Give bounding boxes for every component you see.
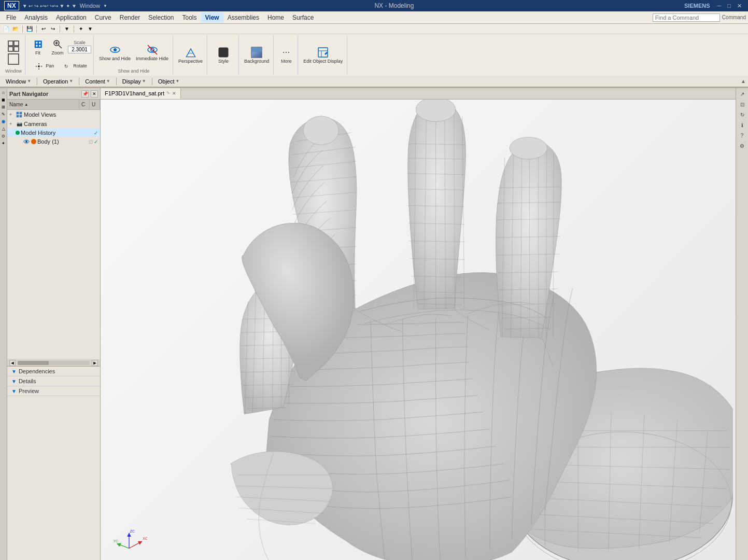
window-dropdown-arrow: ▼ [27, 79, 31, 83]
menu-file[interactable]: File [2, 12, 20, 23]
toolbar-container: 📄 📂 💾 ↩ ↪ ▼ ✦ ▼ Wind [0, 24, 748, 88]
search-input[interactable] [653, 13, 720, 22]
immediate-hide-button[interactable]: Immediate Hide [134, 42, 171, 63]
tree-item-model-history[interactable]: Model History ✓ [7, 129, 100, 137]
bottom-panels: ▼ Dependencies ▼ Details ▼ Preview [7, 367, 100, 560]
scroll-left[interactable]: ◄ [9, 360, 16, 366]
menu-selection[interactable]: Selection [144, 12, 178, 23]
zoom-button[interactable]: Zoom [48, 36, 67, 58]
expand-model-views[interactable]: + [9, 112, 15, 117]
tab-close-button[interactable]: ✕ [172, 91, 176, 96]
tree-item-body[interactable]: Body (1) ⊡ ✓ [7, 137, 100, 146]
svg-line-115 [117, 544, 129, 549]
pan-button[interactable]: Pan [31, 59, 56, 74]
snap-dropdown-icon[interactable]: ▼ [86, 25, 94, 33]
undo-icon[interactable]: ↩ [39, 25, 48, 33]
object-dropdown[interactable]: Object ▼ [154, 77, 184, 86]
viewport-canvas[interactable]: XC YC ZC [101, 100, 736, 560]
panel-preview[interactable]: ▼ Preview [7, 386, 100, 396]
menu-view[interactable]: View [201, 12, 223, 23]
nav-assem-icon[interactable]: ⊞ [1, 104, 7, 110]
scroll-right[interactable]: ► [92, 360, 98, 366]
nav-mfg-icon[interactable]: ◉ [1, 118, 7, 124]
svg-rect-1 [14, 41, 19, 46]
perspective-icon [185, 46, 197, 59]
menu-home[interactable]: Home [263, 12, 288, 23]
tree-item-model-views[interactable]: + Model Views [7, 110, 100, 119]
svg-rect-26 [20, 115, 22, 117]
title-small-icons: ▼ ↩ ↪ ↩↩ ↪↪ ▼ ✦ ▼ [22, 3, 77, 9]
menu-application[interactable]: Application [52, 12, 91, 23]
menu-curve[interactable]: Curve [91, 12, 116, 23]
col-name[interactable]: Name ▲ [7, 100, 79, 109]
right-help-icon[interactable]: ? [738, 131, 747, 140]
col-c[interactable]: C [79, 100, 90, 109]
window-layout-btn[interactable] [4, 38, 23, 67]
display-dropdown[interactable]: Display ▼ [119, 77, 150, 86]
snap-icon[interactable]: ✦ [77, 25, 85, 33]
body-label: Body (1) [37, 138, 88, 145]
maximize-button[interactable]: □ [725, 3, 733, 9]
nav-close-button[interactable]: ✕ [91, 90, 98, 97]
nav-pin-button[interactable]: 📌 [81, 90, 89, 97]
style-icon [217, 46, 230, 59]
fit-button[interactable]: ⊞ Fit [29, 36, 47, 58]
body-eye-icon [23, 138, 30, 145]
save-icon[interactable]: 💾 [25, 25, 34, 33]
edit-object-display-button[interactable]: Edit Object Display [301, 45, 345, 66]
window-menu[interactable]: Window [80, 3, 100, 9]
panel-details[interactable]: ▼ Details [7, 376, 100, 386]
window-dropdown-icon[interactable]: ▼ [103, 4, 107, 8]
part-navigator-title: Part Navigator [9, 91, 79, 97]
more-button[interactable]: ⋯ More [277, 45, 295, 66]
operation-dropdown[interactable]: Operation ▼ [39, 77, 77, 86]
background-button[interactable]: Background [242, 45, 271, 66]
menu-surface[interactable]: Surface [288, 12, 318, 23]
window-dropdown[interactable]: Window ▼ [2, 77, 35, 86]
tab-modified-icon: ✎ [166, 91, 170, 95]
toolbar-dropdowns: Window ▼ Operation ▼ Content ▼ Display ▼… [0, 76, 748, 87]
nav-model-icon[interactable]: ◼ [1, 96, 7, 103]
right-fit-icon[interactable]: ⊡ [738, 100, 747, 109]
nav-cam-icon[interactable]: ⊙ [1, 133, 7, 139]
minimize-button[interactable]: ─ [715, 3, 724, 9]
menu-analysis[interactable]: Analysis [20, 12, 52, 23]
right-cursor-icon[interactable]: ↗ [738, 89, 747, 99]
close-button[interactable]: ✕ [735, 3, 744, 9]
nav-sim-icon[interactable]: △ [1, 125, 7, 132]
expand-cameras[interactable]: + [9, 121, 15, 127]
new-icon[interactable]: 📄 [2, 25, 10, 33]
col-u[interactable]: U [90, 100, 100, 109]
panel-dependencies[interactable]: ▼ Dependencies [7, 367, 100, 376]
more-tools-icon[interactable]: ▼ [63, 25, 71, 33]
svg-line-113 [129, 541, 142, 548]
fit-label: Fit [35, 51, 40, 56]
window-layout-icon [7, 40, 20, 52]
sidebar-icons: ⌂ ◼ ⊞ ✎ ◉ △ ⊙ ✦ [0, 88, 7, 560]
viewport-tab-main[interactable]: F1P3D1V1hand_sat.prt ✎ ✕ [101, 88, 181, 99]
window-buttons [4, 36, 23, 68]
menu-tools[interactable]: Tools [178, 12, 201, 23]
show-and-hide-button[interactable]: Show and Hide [97, 42, 133, 63]
right-rotate-icon[interactable]: ↻ [738, 110, 747, 119]
tree-item-cameras[interactable]: + 📷 Cameras [7, 119, 100, 129]
redo-icon[interactable]: ↪ [49, 25, 57, 33]
toolbar-expand-icon[interactable]: ▲ [741, 78, 746, 84]
nav-draw-icon[interactable]: ✎ [1, 111, 7, 117]
right-settings-icon[interactable]: ⚙ [738, 141, 747, 150]
open-icon[interactable]: 📂 [11, 25, 20, 33]
menu-render[interactable]: Render [116, 12, 144, 23]
content-dropdown[interactable]: Content ▼ [81, 77, 114, 86]
nav-check-icon[interactable]: ✦ [1, 140, 7, 146]
scale-label: Scale [74, 40, 86, 46]
orientation-triad: XC YC ZC [111, 528, 147, 560]
right-info-icon[interactable]: ℹ [738, 120, 747, 130]
scale-input[interactable] [68, 46, 91, 53]
menu-assemblies[interactable]: Assemblies [223, 12, 263, 23]
rotate-button[interactable]: ↻ Rotate [58, 59, 89, 74]
viewport-tabs: F1P3D1V1hand_sat.prt ✎ ✕ [101, 88, 736, 100]
perspective-button[interactable]: Perspective [176, 45, 205, 66]
scroll-track[interactable] [18, 361, 90, 365]
nav-home-icon[interactable]: ⌂ [1, 89, 7, 95]
style-button[interactable]: Style [210, 45, 236, 66]
